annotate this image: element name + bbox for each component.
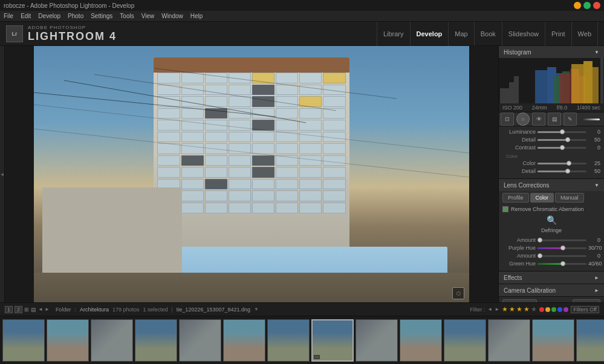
star-3[interactable]: ★ [516, 305, 522, 313]
red-filter[interactable] [539, 307, 544, 312]
blue-filter[interactable] [557, 307, 562, 312]
film-thumb[interactable] [532, 319, 574, 362]
spot-removal-tool[interactable]: ○ [516, 112, 530, 126]
reset-button[interactable]: Reset [573, 299, 600, 302]
filter-prev[interactable]: ◄ [487, 307, 492, 312]
purple-filter[interactable] [563, 307, 568, 312]
film-thumb[interactable] [179, 319, 221, 362]
green-hue-thumb[interactable] [560, 261, 565, 266]
left-panel-toggle[interactable]: ◄ [0, 46, 5, 302]
luminance-label: Luminance [502, 129, 536, 135]
crop-tool[interactable]: ⊡ [501, 112, 514, 126]
film-thumb-image [47, 320, 88, 361]
camera-cal-header[interactable]: Camera Calibration ► [499, 284, 604, 296]
folder-name[interactable]: Architektura [80, 307, 109, 313]
film-thumb[interactable] [47, 319, 89, 362]
menu-item-tools[interactable]: Tools [120, 13, 134, 19]
star-5[interactable]: ★ [531, 305, 537, 313]
filters-off-label[interactable]: Filters Off [571, 306, 599, 313]
histogram-header[interactable]: Histogram ▼ [499, 46, 604, 58]
page-left[interactable]: 1 [5, 306, 13, 313]
film-thumb[interactable] [91, 319, 133, 362]
film-thumb[interactable] [444, 319, 486, 362]
film-thumb[interactable] [488, 319, 530, 362]
detail-thumb[interactable] [565, 137, 570, 142]
luminance-track[interactable] [537, 131, 586, 133]
nav-next[interactable]: ► [45, 307, 50, 312]
filter-next[interactable]: ► [495, 307, 499, 312]
menu-item-photo[interactable]: Photo [68, 13, 83, 19]
exposure-slider-mini[interactable] [582, 119, 600, 120]
page-right[interactable]: 2 [15, 306, 22, 313]
profile-tab[interactable]: Profile [502, 193, 529, 203]
menu-item-develop[interactable]: Develop [38, 13, 60, 19]
filmstrip-view-icon[interactable]: ▤ [31, 307, 36, 313]
eyedropper-icon[interactable]: 🔍 [499, 215, 604, 225]
detail-value: 50 [588, 137, 600, 143]
green-filter[interactable] [551, 307, 556, 312]
nav-prev[interactable]: ◄ [38, 307, 43, 312]
graduated-filter-tool[interactable]: ▤ [548, 112, 561, 126]
star-4[interactable]: ★ [524, 305, 530, 313]
detail-track[interactable] [537, 139, 586, 141]
grid-view-icon[interactable]: ⊞ [24, 307, 29, 313]
previous-button[interactable]: Previous [502, 299, 537, 302]
window-cell [323, 73, 345, 83]
color-detail-thumb[interactable] [565, 169, 570, 174]
remove-ca-label: Remove Chromatic Aberration [511, 206, 584, 212]
window-cell [205, 132, 227, 143]
film-thumb[interactable]: ··· [311, 319, 354, 362]
yellow-filter[interactable] [545, 307, 550, 312]
nav-item-map[interactable]: Map [449, 22, 474, 46]
amount-thumb[interactable] [537, 238, 542, 242]
film-thumb[interactable] [2, 319, 45, 362]
contrast-track[interactable] [537, 147, 586, 149]
film-thumb[interactable] [356, 319, 398, 362]
photo-info-badge[interactable]: ⬡ [452, 287, 464, 299]
menu-item-file[interactable]: File [4, 13, 13, 19]
film-thumb[interactable] [135, 319, 177, 362]
effects-header[interactable]: Effects ► [499, 271, 604, 284]
menu-item-window[interactable]: Window [161, 13, 183, 19]
amount2-track[interactable] [537, 255, 586, 257]
film-thumb[interactable] [223, 319, 265, 362]
menu-item-view[interactable]: View [141, 13, 155, 19]
purple-hue-track[interactable] [537, 247, 586, 249]
color-thumb[interactable] [567, 161, 571, 166]
red-eye-tool[interactable]: 👁 [532, 112, 545, 126]
minimize-button[interactable] [574, 2, 581, 9]
nav-item-slideshow[interactable]: Slideshow [502, 22, 545, 46]
maximize-button[interactable] [583, 2, 591, 9]
nav-item-web[interactable]: Web [572, 22, 598, 46]
film-thumb[interactable] [400, 319, 442, 362]
color-track[interactable] [537, 163, 586, 164]
nav-item-library[interactable]: Library [377, 22, 411, 46]
menu-item-settings[interactable]: Settings [91, 13, 112, 19]
nav-item-develop[interactable]: Develop [411, 22, 449, 46]
color-detail-track[interactable] [537, 171, 586, 172]
manual-tab[interactable]: Manual [555, 193, 584, 203]
nav-item-book[interactable]: Book [475, 22, 502, 46]
purple-hue-thumb[interactable] [560, 245, 565, 250]
amount2-thumb[interactable] [537, 253, 542, 258]
nav-item-print[interactable]: Print [545, 22, 572, 46]
star-rating[interactable]: ★ ★ ★ ★ ★ [502, 305, 537, 313]
film-thumb[interactable] [576, 319, 604, 362]
contrast-thumb[interactable] [560, 145, 565, 150]
color-tab[interactable]: Color [530, 193, 554, 203]
dropdown-arrow[interactable]: ▼ [254, 307, 259, 312]
star-2[interactable]: ★ [509, 305, 515, 313]
green-hue-track[interactable] [537, 263, 586, 265]
brush-tool[interactable]: ✎ [563, 112, 577, 126]
menu-item-help[interactable]: Help [190, 13, 203, 19]
star-1[interactable]: ★ [502, 305, 508, 313]
film-thumb[interactable] [267, 319, 310, 362]
window-cell [157, 73, 180, 83]
remove-ca-checkbox[interactable] [502, 206, 508, 212]
close-button[interactable] [593, 2, 600, 9]
film-thumb-image [268, 320, 309, 361]
lens-corrections-header[interactable]: Lens Corrections ▼ [499, 179, 604, 191]
menu-item-edit[interactable]: Edit [21, 13, 31, 19]
luminance-thumb[interactable] [560, 129, 565, 134]
amount-track[interactable] [537, 239, 586, 241]
